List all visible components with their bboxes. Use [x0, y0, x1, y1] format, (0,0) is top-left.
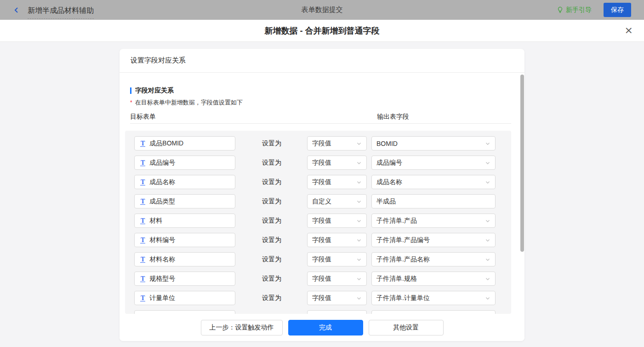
output-field-select[interactable]: 子件清单.产品 [371, 214, 496, 228]
set-as-label: 设置为 [262, 252, 288, 266]
target-field-label: 成品名称 [149, 178, 175, 186]
output-field-select[interactable]: BOMID [371, 136, 496, 150]
target-field-label: 成品BOMID [149, 139, 183, 148]
value-mode-select[interactable]: 字段值 [307, 175, 367, 189]
output-field-select[interactable]: 子件清单.产品编号 [371, 233, 496, 247]
mapping-scroll-area[interactable]: T 成品BOMID 设置为 字段值 BOMID T 成品编号 设置为 字段值 [125, 131, 511, 314]
set-as-label: 设置为 [262, 272, 288, 286]
value-mode-select[interactable]: 自定义 [307, 194, 367, 208]
chevron-down-icon [356, 199, 362, 204]
custom-value-input[interactable]: 半成品 [371, 194, 496, 208]
custom-value-input[interactable] [371, 310, 496, 314]
target-field-label: 规格型号 [149, 275, 175, 283]
modal-header: 新增数据 - 合并新增到普通字段 × [0, 20, 644, 42]
top-bar: 新增半成品材料辅助 表单数据提交 新手引导 保存 [0, 0, 644, 20]
output-field-label: 半成品 [376, 197, 396, 206]
text-field-icon: T [140, 140, 145, 147]
note-text: 在目标表单中新增数据，字段值设置如下 [135, 99, 243, 106]
value-mode-label: 字段值 [312, 178, 331, 186]
beginner-guide-link[interactable]: 新手引导 [557, 6, 592, 14]
target-field-input[interactable]: T 成品名称 [134, 175, 235, 189]
column-headers: 目标表单 输出表字段 [130, 113, 511, 121]
output-field-label: 成品名称 [376, 178, 402, 186]
output-field-select[interactable]: 子件清单.规格 [371, 272, 496, 286]
field-mapping-card: 设置字段对应关系 字段对应关系 *在目标表单中新增数据，字段值设置如下 目标表单… [120, 49, 524, 341]
output-field-select[interactable]: 子件清单.计量单位 [371, 291, 496, 305]
required-asterisk: * [130, 99, 132, 106]
mapping-row: T 规格型号 设置为 字段值 子件清单.规格 [125, 272, 511, 291]
output-field-label: 子件清单.产品名称 [376, 255, 430, 264]
mapping-row: T 材料 设置为 字段值 子件清单.产品 [125, 214, 511, 233]
target-field-input[interactable]: T 成品BOMID [134, 136, 235, 150]
section-accent-bar [130, 87, 131, 94]
output-field-select[interactable]: 成品名称 [371, 175, 496, 189]
target-field-input[interactable]: T 成品编号 [134, 156, 235, 170]
output-field-label: 成品编号 [376, 159, 402, 167]
target-field-input[interactable]: T 规格型号 [134, 272, 235, 286]
chevron-down-icon [356, 218, 362, 224]
header-divider [130, 123, 511, 124]
previous-step-button[interactable]: 上一步：设置触发动作 [201, 320, 283, 335]
set-as-label: 设置为 [262, 291, 288, 305]
finish-button[interactable]: 完成 [288, 320, 363, 335]
value-mode-select[interactable]: 字段值 [307, 252, 367, 266]
chevron-down-icon [356, 179, 362, 185]
target-field-input[interactable]: T 材料编号 [134, 233, 235, 247]
text-field-icon: T [140, 256, 145, 263]
text-field-icon: T [140, 295, 145, 301]
value-mode-select[interactable]: 字段值 [307, 233, 367, 247]
set-as-label: 设置为 [262, 194, 288, 208]
chevron-down-icon [356, 237, 362, 243]
target-field-input[interactable]: T 材料 [134, 214, 235, 228]
card-header: 设置字段对应关系 [120, 49, 524, 73]
output-field-select[interactable]: 子件清单.产品名称 [371, 252, 496, 266]
chevron-down-icon [356, 295, 362, 301]
value-mode-label: 字段值 [312, 236, 331, 244]
mapping-note: *在目标表单中新增数据，字段值设置如下 [130, 98, 243, 107]
target-field-input[interactable]: T [134, 310, 235, 314]
value-mode-label: 字段值 [312, 139, 331, 148]
value-mode-label: 字段值 [312, 294, 331, 302]
chevron-down-icon [485, 179, 490, 185]
chevron-down-icon [356, 257, 362, 262]
value-mode-label: 自定义 [312, 197, 331, 206]
text-field-icon: T [140, 276, 145, 282]
target-field-label: 材料 [149, 217, 162, 225]
column-header-output-fields: 输出表字段 [377, 113, 409, 121]
vertical-scrollbar[interactable] [520, 75, 524, 252]
target-field-input[interactable]: T 计量单位 [134, 291, 235, 305]
output-field-label: 子件清单.产品 [376, 217, 417, 225]
value-mode-select[interactable]: 字段值 [307, 272, 367, 286]
column-header-target-form: 目标表单 [130, 113, 156, 120]
value-mode-label: 字段值 [312, 255, 331, 264]
value-mode-select[interactable]: 字段值 [307, 214, 367, 228]
text-field-icon: T [140, 179, 145, 185]
guide-label: 新手引导 [566, 6, 592, 14]
value-mode-select[interactable]: 字段值 [307, 156, 367, 170]
target-field-label: 成品类型 [149, 197, 175, 206]
chevron-down-icon [356, 141, 362, 146]
target-field-label: 计量单位 [149, 294, 175, 302]
card-footer: 上一步：设置触发动作 完成 其他设置 [120, 314, 524, 341]
set-as-label: 设置为 [262, 233, 288, 247]
value-mode-select[interactable]: 字段值 [307, 291, 367, 305]
mapping-row: T 成品名称 设置为 字段值 成品名称 [125, 175, 511, 194]
close-icon[interactable]: × [625, 24, 633, 36]
value-mode-label: 字段值 [312, 217, 331, 225]
target-field-label: 材料编号 [149, 236, 175, 244]
page-title: 表单数据提交 [0, 6, 644, 14]
save-button[interactable]: 保存 [604, 3, 631, 17]
other-settings-button[interactable]: 其他设置 [369, 320, 444, 335]
value-mode-label: 字段值 [312, 275, 331, 283]
chevron-down-icon [485, 141, 490, 146]
value-mode-label: 字段值 [312, 159, 331, 167]
target-field-input[interactable]: T 成品类型 [134, 194, 235, 208]
value-mode-select[interactable] [307, 310, 367, 314]
text-field-icon: T [140, 218, 145, 224]
value-mode-select[interactable]: 字段值 [307, 136, 367, 150]
mapping-row: T 材料编号 设置为 字段值 子件清单.产品编号 [125, 233, 511, 252]
output-field-select[interactable]: 成品编号 [371, 156, 496, 170]
target-field-input[interactable]: T 材料名称 [134, 252, 235, 266]
output-field-label: BOMID [376, 140, 398, 147]
text-field-icon: T [140, 160, 145, 166]
